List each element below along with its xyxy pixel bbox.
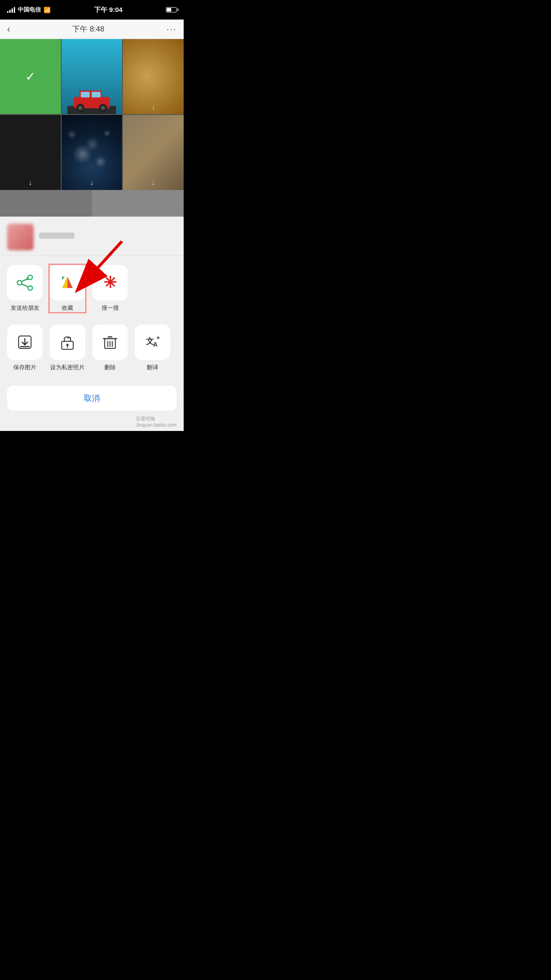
collect-label: 收藏: [62, 304, 73, 312]
battery-fill: [167, 8, 171, 12]
action-row-1: 发送给朋友 收藏: [7, 265, 177, 312]
wifi-icon: 📶: [43, 7, 51, 13]
photo-grid: ✓ ↓ ↓: [0, 39, 184, 190]
watermark-text: 百度经验Jingyan.baidu.com: [136, 416, 177, 427]
more-button[interactable]: ···: [166, 24, 177, 34]
collect-icon: [58, 273, 77, 292]
collect-icon-box: [50, 265, 85, 300]
signal-bar-1: [7, 11, 8, 13]
svg-point-8: [101, 106, 105, 110]
signal-bars: [7, 7, 15, 13]
svg-marker-18: [62, 277, 65, 280]
search-icon-box: ✳: [92, 265, 128, 300]
photo-cell-6[interactable]: ↓: [123, 115, 184, 190]
share-icon: [16, 274, 34, 292]
nav-title: 下午 8:48: [72, 24, 104, 34]
translate-icon: 文 A: [144, 334, 161, 350]
download-arrow-3: ↓: [151, 102, 155, 111]
svg-rect-3: [81, 92, 90, 98]
preview-thumb: [7, 224, 34, 250]
private-label: 设为私密照片: [50, 364, 85, 371]
search-icon: ✳: [103, 273, 117, 292]
download-arrow-6: ↓: [151, 178, 155, 187]
svg-rect-4: [92, 92, 101, 98]
watermark: 百度经验Jingyan.baidu.com: [136, 415, 177, 427]
cancel-button[interactable]: 取消: [7, 386, 177, 411]
delete-label: 删除: [104, 364, 116, 371]
save-icon-box: [7, 324, 43, 360]
bottom-sheet-wrapper: 发送给朋友 收藏: [0, 217, 184, 431]
trash-icon-box: [92, 324, 128, 360]
signal-bar-4: [14, 7, 15, 13]
photo-cell-2[interactable]: [62, 39, 122, 114]
download-arrow-5: ↓: [90, 178, 94, 187]
signal-bar-2: [9, 10, 11, 13]
svg-line-15: [22, 284, 28, 287]
lock-icon-box: [50, 324, 85, 360]
checkmark-icon: ✓: [25, 69, 35, 84]
action-item-private[interactable]: 设为私密照片: [50, 324, 85, 371]
photo-cell-3[interactable]: ↓: [123, 39, 184, 114]
photo-cell-1[interactable]: ✓: [0, 39, 61, 114]
photo-thumb-2[interactable]: [92, 190, 184, 217]
action-row-2: 保存图片 设为私密照片: [7, 324, 177, 371]
preview-text-block: [39, 233, 177, 241]
svg-marker-17: [67, 277, 73, 288]
carrier-label: 中国电信: [18, 6, 41, 14]
back-button[interactable]: ‹: [7, 24, 10, 35]
search-label: 搜一搜: [102, 304, 119, 312]
preview-row: [7, 224, 177, 256]
status-time: 下午 9:04: [94, 6, 122, 14]
photo-cell-4[interactable]: ↓: [0, 115, 61, 190]
status-bar: 中国电信 📶 下午 9:04: [0, 0, 184, 20]
svg-text:A: A: [153, 341, 157, 348]
share-icon-box: [7, 265, 43, 300]
translate-icon-box: 文 A: [135, 324, 170, 360]
send-friend-label: 发送给朋友: [11, 304, 39, 312]
status-right: [166, 7, 177, 12]
photo-cell-5[interactable]: ↓: [62, 115, 122, 190]
action-item-search[interactable]: ✳ 搜一搜: [92, 265, 128, 312]
lock-icon: [60, 334, 75, 350]
svg-point-12: [17, 281, 22, 285]
nav-bar: ‹ 下午 8:48 ···: [0, 20, 184, 39]
photo-thumb-row: [0, 190, 184, 217]
svg-line-14: [22, 279, 28, 281]
preview-title-blur: [39, 233, 75, 239]
download-arrow-4: ↓: [28, 178, 32, 187]
status-left: 中国电信 📶: [7, 6, 51, 14]
cancel-label: 取消: [84, 393, 100, 403]
signal-bar-3: [12, 8, 13, 13]
preview-area: [0, 217, 184, 256]
svg-point-6: [79, 106, 83, 110]
save-label: 保存图片: [13, 364, 36, 371]
action-item-collect[interactable]: 收藏: [50, 265, 85, 312]
action-rows-container: 发送给朋友 收藏: [0, 256, 184, 382]
trash-icon: [102, 334, 118, 350]
photo-thumb-1[interactable]: [0, 190, 92, 217]
action-item-delete[interactable]: 删除: [92, 324, 128, 371]
action-item-send-friend[interactable]: 发送给朋友: [7, 265, 43, 312]
svg-point-13: [28, 286, 32, 290]
car-image: [67, 82, 116, 114]
action-item-save[interactable]: 保存图片: [7, 324, 43, 371]
bottom-sheet: 发送给朋友 收藏: [0, 217, 184, 431]
battery-icon: [166, 7, 177, 12]
save-icon: [17, 334, 33, 350]
translate-label: 翻译: [147, 364, 158, 371]
action-item-translate[interactable]: 文 A 翻译: [135, 324, 170, 371]
